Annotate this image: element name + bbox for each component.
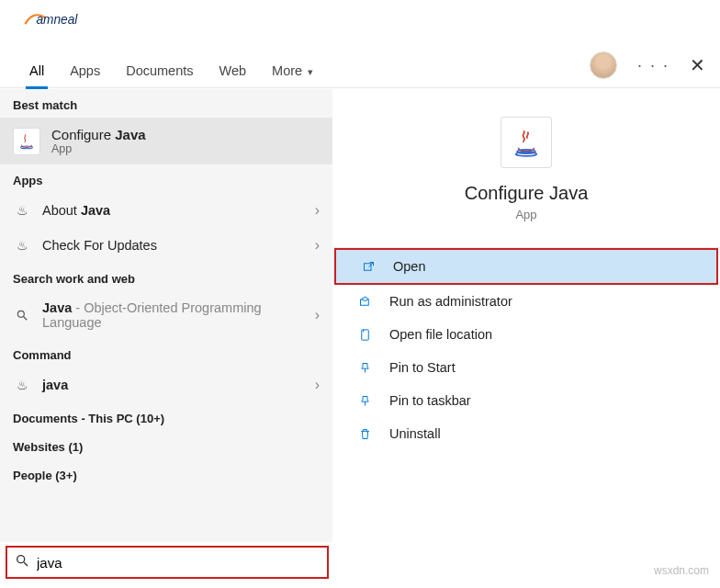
action-open[interactable]: Open	[334, 248, 718, 285]
command-heading: Command	[0, 339, 332, 368]
folder-icon	[354, 328, 375, 342]
websites-heading[interactable]: Websites (1)	[0, 431, 332, 459]
best-match-title: Configure Java	[51, 127, 146, 142]
more-options-icon[interactable]: · · ·	[637, 56, 669, 75]
action-run-admin[interactable]: Run as administrator	[332, 285, 720, 318]
action-list: Open Run as administrator Open file loca…	[332, 247, 720, 450]
trash-icon	[354, 427, 375, 441]
best-match-heading: Best match	[0, 89, 332, 118]
tab-all[interactable]: All	[17, 53, 57, 88]
svg-text:amneal: amneal	[36, 13, 78, 27]
action-pin-start[interactable]: Pin to Start	[332, 351, 720, 384]
tab-web[interactable]: Web	[207, 53, 260, 88]
chevron-down-icon: ▾	[308, 54, 313, 89]
svg-line-3	[24, 317, 28, 321]
detail-panel: Configure Java App Open Run as administr…	[332, 89, 720, 542]
java-icon	[13, 128, 40, 155]
java-small-icon: ♨	[13, 238, 31, 253]
search-icon	[15, 553, 29, 571]
watermark: wsxdn.com	[654, 564, 709, 577]
pin-start-icon	[354, 361, 375, 375]
action-uninstall[interactable]: Uninstall	[332, 417, 720, 450]
web-result-java[interactable]: Java - Object-Oriented Programming Langu…	[0, 291, 332, 339]
detail-subtitle: App	[349, 208, 703, 221]
svg-point-2	[17, 311, 24, 317]
app-large-icon	[501, 117, 552, 168]
detail-title: Configure Java	[349, 183, 703, 204]
tab-documents[interactable]: Documents	[113, 53, 206, 88]
documents-heading[interactable]: Documents - This PC (10+)	[0, 402, 332, 431]
pin-taskbar-icon	[354, 394, 375, 408]
java-small-icon: ♨	[13, 203, 31, 218]
search-icon	[13, 309, 31, 322]
tab-more[interactable]: More ▾	[259, 53, 326, 88]
svg-point-10	[17, 556, 25, 563]
admin-icon	[354, 295, 375, 309]
best-match-item[interactable]: Configure Java App	[0, 118, 332, 164]
brand-logo: amneal	[22, 6, 117, 33]
app-check-updates[interactable]: ♨ Check For Updates ›	[0, 228, 332, 263]
best-match-subtitle: App	[51, 142, 146, 155]
results-panel: Best match Configure Java App Apps ♨ Abo…	[0, 89, 332, 542]
svg-line-11	[24, 562, 28, 566]
app-about-java[interactable]: ♨ About Java ›	[0, 193, 332, 228]
search-input[interactable]	[37, 555, 320, 571]
apps-heading: Apps	[0, 164, 332, 193]
action-open-location[interactable]: Open file location	[332, 318, 720, 351]
open-icon	[358, 260, 378, 274]
chevron-right-icon: ›	[315, 202, 320, 219]
chevron-right-icon: ›	[315, 307, 320, 323]
search-web-heading: Search work and web	[0, 263, 332, 291]
chevron-right-icon: ›	[315, 237, 320, 254]
svg-rect-6	[364, 263, 371, 270]
tab-apps[interactable]: Apps	[57, 53, 113, 88]
action-pin-taskbar[interactable]: Pin to taskbar	[332, 384, 720, 417]
command-java[interactable]: ♨ java ›	[0, 368, 332, 402]
user-avatar[interactable]	[590, 51, 617, 79]
people-heading[interactable]: People (3+)	[0, 459, 332, 488]
chevron-right-icon: ›	[315, 377, 320, 393]
close-icon[interactable]: ✕	[690, 54, 705, 76]
svg-rect-8	[361, 329, 368, 339]
search-bar[interactable]	[6, 546, 329, 579]
java-small-icon: ♨	[13, 378, 31, 392]
